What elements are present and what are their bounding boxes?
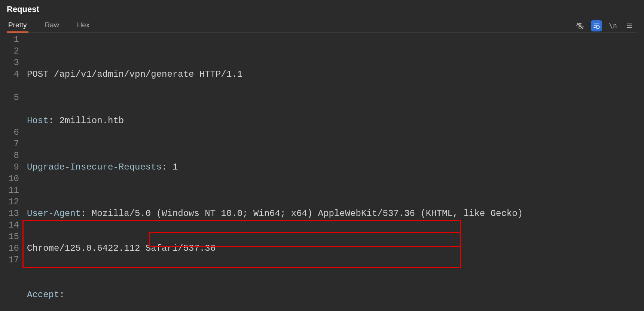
newline-icon[interactable]: \n [607, 20, 619, 31]
wrap-icon[interactable] [591, 20, 602, 31]
line-number: 11 [7, 185, 21, 196]
tab-pretty[interactable]: Pretty [7, 19, 28, 33]
menu-icon[interactable] [624, 20, 635, 31]
tab-hex[interactable]: Hex [76, 19, 91, 33]
tab-bar: Pretty Raw Hex \n [7, 19, 637, 33]
header-accept: Accept: [27, 289, 637, 301]
line-number: 17 [7, 254, 21, 266]
line-number: 13 [7, 208, 21, 219]
header-user-agent-cont: Chrome/125.0.6422.112 Safari/537.36 [27, 243, 637, 254]
request-line: POST /api/v1/admin/vpn/generate HTTP/1.1 [27, 68, 637, 80]
hide-icon[interactable] [574, 20, 586, 31]
tabs: Pretty Raw Hex [7, 19, 91, 33]
line-number: 10 [7, 173, 21, 185]
line-number: 2 [7, 45, 21, 57]
line-number: 7 [7, 138, 21, 150]
panel-title: Request [7, 4, 637, 14]
editor-toolbar: \n [574, 20, 635, 31]
header-uir: Upgrade-Insecure-Requests: 1 [27, 161, 637, 173]
code-area[interactable]: POST /api/v1/admin/vpn/generate HTTP/1.1… [23, 34, 637, 311]
line-number: 4 [7, 68, 21, 80]
line-number: 15 [7, 231, 21, 243]
header-user-agent: User-Agent: Mozilla/5.0 (Windows NT 10.0… [27, 208, 637, 219]
line-number: 12 [7, 196, 21, 208]
line-number: 14 [7, 219, 21, 231]
line-gutter: 1 2 3 4 5 6 7 8 9 10 11 12 13 14 15 16 1… [7, 34, 23, 311]
line-number: 6 [7, 126, 21, 138]
line-number: 16 [7, 243, 21, 254]
line-number: 1 [7, 34, 21, 45]
line-number: 8 [7, 150, 21, 161]
line-number: 3 [7, 57, 21, 68]
tab-raw[interactable]: Raw [43, 19, 61, 33]
http-editor[interactable]: 1 2 3 4 5 6 7 8 9 10 11 12 13 14 15 16 1… [7, 33, 637, 311]
request-panel: Request Pretty Raw Hex \n [0, 0, 644, 311]
header-host: Host: 2million.htb [27, 115, 637, 126]
line-number: 5 [7, 92, 21, 103]
line-number: 9 [7, 161, 21, 173]
